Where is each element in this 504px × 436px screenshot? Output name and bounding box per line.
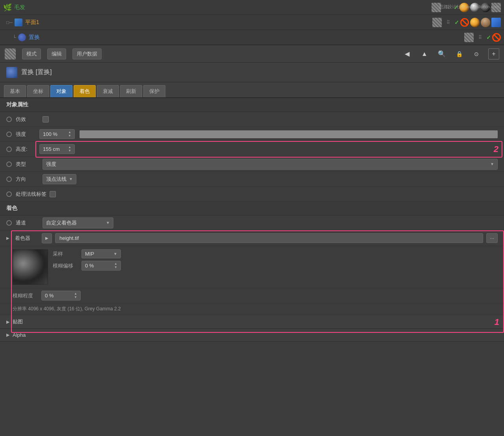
label-channel: 通道: [16, 219, 39, 226]
label-strength: 强度: [16, 131, 39, 138]
blur-degree-value: 0 %: [45, 293, 54, 299]
strength-spinner[interactable]: ▲ ▼: [68, 131, 71, 137]
scene-row-plane[interactable]: □─ 平面1 ⠿ ✓: [0, 15, 504, 30]
height-spinner-down[interactable]: ▼: [68, 149, 71, 152]
title-bar: 置换 [置换]: [0, 63, 504, 82]
strength-slider-fill: [80, 130, 498, 138]
no-symbol-3: [492, 33, 501, 42]
texture-thumbnail[interactable]: [13, 249, 48, 285]
height-value: 155 cm: [43, 146, 60, 152]
radio-channel[interactable]: [6, 220, 12, 226]
channel-dropdown[interactable]: 自定义着色器 ▼: [43, 217, 113, 228]
collapsible-alpha[interactable]: ▶ Alpha: [0, 329, 504, 341]
channel-dropdown-value: 自定义着色器: [46, 219, 77, 226]
toolbar-target[interactable]: ⊙: [471, 48, 482, 59]
fur-icon: 🌿: [3, 3, 12, 12]
tab-protect[interactable]: 保护: [143, 85, 165, 97]
strength-value-box[interactable]: 100 % ▲ ▼: [39, 129, 75, 139]
menu-edit[interactable]: 编辑: [47, 48, 66, 59]
toolbar-add[interactable]: +: [488, 48, 499, 59]
collapse-arrow-texture: ▶: [6, 319, 9, 325]
radio-strength[interactable]: [6, 132, 12, 137]
label-texture-section: 贴图: [13, 318, 23, 325]
label-direction: 方向: [16, 176, 39, 183]
check-icon-3: ✓: [486, 34, 491, 41]
displace-icon: [18, 33, 26, 42]
direction-arrow: ▼: [69, 177, 73, 181]
prop-row-height: 高度: 155 cm ▲ ▼: [0, 142, 504, 157]
blur-offset-value-box[interactable]: 0 % ▲ ▼: [82, 261, 121, 271]
tex-prop-row-sampling: 采样 MIP ▼: [53, 249, 498, 258]
prop-row-direction: 方向 顶点法线 ▼: [0, 172, 504, 187]
scene-name-plane: 平面1: [25, 19, 432, 26]
blur-offset-spinner[interactable]: ▲ ▼: [114, 262, 117, 269]
stripe-icon-3: [464, 33, 474, 42]
prop-row-type: 类型 强度 ▼: [0, 157, 504, 172]
texture-blur-preview: [13, 249, 48, 285]
tex-prop-row-blur-offset: 模糊偏移 0 % ▲ ▼: [53, 261, 498, 271]
mat-sphere-portrait[interactable]: [481, 18, 490, 27]
spinner-down[interactable]: ▼: [68, 134, 71, 137]
checkbox-simulation[interactable]: [43, 116, 49, 122]
height-value-box[interactable]: 155 cm ▲ ▼: [39, 144, 75, 154]
tab-object[interactable]: 对象: [50, 85, 72, 97]
strength-value: 100 %: [43, 131, 57, 137]
shader-dots-btn[interactable]: ···: [486, 233, 498, 243]
height-spinner[interactable]: ▲ ▼: [68, 146, 71, 152]
title-displace-icon: [6, 67, 17, 78]
collapsible-texture[interactable]: ▶ 贴图: [0, 315, 504, 329]
shader-section-wrapper: 1 ▶ 着色器 ▶ height.tif ··· 采样: [0, 230, 504, 315]
tab-coord[interactable]: 坐标: [27, 85, 49, 97]
type-dropdown[interactable]: 强度 ▼: [43, 159, 498, 170]
toolbar-arrow-right[interactable]: ▲: [419, 48, 430, 59]
section-coloring: 着色: [0, 202, 504, 215]
mat-img-blue[interactable]: [491, 18, 501, 27]
radio-height[interactable]: [6, 147, 12, 152]
scene-row-fur[interactable]: 🌿 毛发 ⠿ ✓: [0, 0, 504, 15]
sampling-dropdown[interactable]: MIP ▼: [82, 249, 121, 258]
height-spinner-up[interactable]: ▲: [68, 146, 71, 149]
plane-icon: [14, 18, 23, 27]
tab-basic[interactable]: 基本: [4, 85, 26, 97]
no-symbol-2: [460, 18, 469, 27]
collapse-arrow-alpha: ▶: [6, 332, 9, 338]
label-blur-degree: 模糊程度: [13, 292, 38, 299]
blur-degree-spinner[interactable]: ▲ ▼: [74, 292, 77, 299]
prop-row-channel: 通道 自定义着色器 ▼: [0, 215, 504, 230]
radio-type[interactable]: [6, 161, 12, 167]
toolbar-arrow-left[interactable]: ◀: [402, 48, 413, 59]
toolbar: 模式 编辑 用户数据 ◀ ▲ 🔍 🔒 ⊙ +: [0, 45, 504, 63]
tab-coloring[interactable]: 着色: [74, 85, 96, 97]
spinner-up[interactable]: ▲: [68, 131, 71, 134]
tab-falloff[interactable]: 衰减: [97, 85, 119, 97]
height-row-wrapper: 高度: 155 cm ▲ ▼ 2: [0, 142, 504, 157]
shader-expand-arrow[interactable]: ▶: [6, 236, 12, 240]
scene-row-plane-icons: ⠿ ✓: [432, 17, 501, 28]
menu-userdata[interactable]: 用户数据: [72, 48, 102, 59]
tab-refresh[interactable]: 刷新: [120, 85, 142, 97]
radio-simulation[interactable]: [6, 117, 12, 122]
direction-dropdown[interactable]: 顶点法线 ▼: [43, 174, 76, 184]
blur-degree-value-box[interactable]: 0 % ▲ ▼: [41, 291, 81, 301]
type-dropdown-arrow: ▼: [490, 162, 494, 166]
radio-direction[interactable]: [6, 176, 12, 182]
shader-name-field[interactable]: height.tif: [55, 233, 483, 243]
toolbar-lock[interactable]: 🔒: [454, 48, 465, 59]
toolbar-search[interactable]: 🔍: [436, 48, 447, 59]
check-icon-2: ✓: [454, 19, 459, 26]
label-alpha-section: Alpha: [13, 332, 26, 338]
checkbox-process-normal[interactable]: [50, 191, 56, 197]
tabs-bar: 基本 坐标 对象 着色 衰减 刷新 保护: [0, 82, 504, 98]
strength-slider[interactable]: [80, 130, 498, 138]
type-dropdown-value: 强度: [46, 161, 56, 168]
shader-row: ▶ 着色器 ▶ height.tif ···: [0, 230, 504, 246]
menu-mode[interactable]: 模式: [22, 48, 41, 59]
dot-icon-3: ⠿: [475, 32, 485, 43]
radio-process-normal[interactable]: [6, 191, 12, 197]
mat-sphere-orange-2[interactable]: [470, 18, 480, 27]
shader-play-btn[interactable]: ▶: [42, 233, 52, 243]
label-type: 类型: [16, 161, 39, 168]
scene-hierarchy-panel: 🌿 毛发 ⠿ ✓ □─ 平面1 ⠿ ✓: [0, 0, 504, 45]
scene-row-displace[interactable]: └ 置换 ⠿ ✓: [0, 30, 504, 45]
label-sampling: 采样: [53, 250, 78, 258]
